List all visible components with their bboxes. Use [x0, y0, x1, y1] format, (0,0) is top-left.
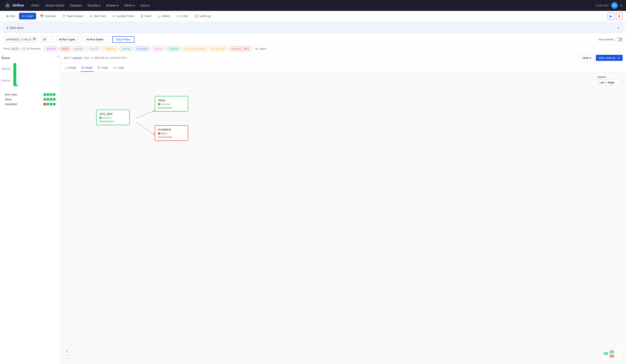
tab-audit-log[interactable]: 📋 Audit Log [192, 13, 214, 19]
top-nav: Airflow DAGs Cluster Activity Datasets S… [0, 0, 626, 11]
dag-node-print-date[interactable]: print_date success BashOperator [96, 110, 130, 125]
nav-datasets[interactable]: Datasets [68, 2, 84, 8]
badge-skipped[interactable]: skipped [152, 47, 165, 51]
node-status-text: failed [161, 132, 167, 135]
dag-node-templated[interactable]: templated failed BashOperator [155, 125, 188, 141]
details-icon: △ [158, 14, 160, 18]
tab-details[interactable]: △ Details [155, 13, 173, 19]
inner-tab-graph[interactable]: ⊞ Graph [81, 65, 93, 72]
dag-connections [61, 72, 626, 364]
logo[interactable]: Airflow [4, 2, 24, 9]
task-row-print-date[interactable]: print_date [2, 92, 59, 97]
dag-docs-chevron: ▾ [618, 26, 619, 30]
nav-cluster-activity[interactable]: Cluster Activity [43, 2, 67, 8]
run-state-select[interactable]: All Run States [84, 36, 110, 42]
gantt-icon: ☰ [141, 14, 143, 18]
nav-browse[interactable]: Browse ▾ [104, 2, 121, 8]
mini-map [602, 349, 623, 362]
nav-dags[interactable]: DAGs [29, 2, 41, 8]
tab-landing-times[interactable]: ✈ Landing Times [110, 13, 137, 19]
node-operator-sleep: BashOperator [158, 107, 185, 109]
date-filter[interactable]: 19/09/2023, 17:00:11 📅 [3, 36, 38, 42]
tab-calendar[interactable]: 📅 Calendar [37, 13, 59, 19]
node-name-templated: templated [158, 128, 185, 131]
inner-tab-gantt[interactable]: ☰ Gantt [97, 65, 109, 72]
task-list: print_date sleep [2, 90, 59, 108]
node-status-text: success [161, 103, 170, 106]
dot-4 [53, 93, 55, 96]
dag-header: DAG / tutorial / Run ⊙ 2023-09-19, 16:28… [61, 53, 626, 63]
node-status-dot [158, 103, 160, 105]
inner-tab-details[interactable]: △ Details [64, 65, 77, 72]
y-label-top: 00:05:08 [2, 57, 10, 59]
tab-task-tries[interactable]: ⊘ Task Tries [87, 13, 109, 19]
breadcrumb: DAG / tutorial / Run [64, 56, 89, 60]
dag-docs-label: ℹ DAG Docs [7, 26, 24, 30]
badge-up-for-reschedule[interactable]: up_for_reschedule [182, 47, 207, 51]
badge-removed[interactable]: removed [86, 47, 101, 51]
mini-node-sleep [610, 350, 614, 353]
clear-button[interactable]: Clear ▾ [579, 55, 594, 61]
inner-tab-code[interactable]: <> Code [112, 65, 125, 72]
tab-task-duration[interactable]: ⏱ Task Duration [59, 13, 86, 19]
zoom-in-button[interactable]: + [64, 349, 70, 355]
node-status-sleep: success [158, 103, 185, 106]
dot-4 [53, 103, 55, 105]
node-status-dot [158, 132, 160, 134]
play-button[interactable]: ▶ [608, 13, 614, 19]
tab-grid[interactable]: ⊞ Grid [3, 13, 18, 19]
badge-up-for-retry[interactable]: up_for_retry [209, 47, 227, 51]
mark-state-button[interactable]: Mark state as... ▾ [596, 55, 623, 61]
badge-deferred[interactable]: deferred [44, 47, 58, 51]
badge-restarting[interactable]: restarting [103, 47, 118, 51]
delete-button[interactable]: 🗑 [616, 13, 623, 19]
dag-node-sleep[interactable]: sleep success BashOperator [155, 96, 188, 112]
left-panel: « » Duration 00:05:08 00:02:34 00:00:00 … [0, 53, 61, 364]
chart-baseline [13, 86, 59, 86]
grid-icon: ⊞ [6, 14, 9, 18]
badge-failed[interactable]: failed [60, 47, 71, 51]
clock-icon: ⊙ [91, 56, 94, 60]
node-name-sleep: sleep [158, 99, 185, 102]
nav-time[interactable]: 17:02 UTC [595, 4, 609, 7]
svg-line-1 [136, 111, 155, 118]
svg-line-2 [136, 122, 155, 135]
chart-bar [13, 63, 16, 86]
dot-1 [43, 98, 46, 101]
node-status-templated: failed [158, 132, 185, 135]
dag-docs-section[interactable]: ℹ DAG Docs ▾ [3, 23, 623, 33]
zoom-out-button[interactable]: − [64, 356, 70, 362]
auto-refresh-section: Auto-refresh [598, 38, 623, 42]
nav-right: 17:02 UTC TA ▾ [595, 2, 622, 9]
task-row-templated[interactable]: templated [2, 102, 59, 107]
tab-gantt[interactable]: ☰ Gantt [138, 13, 154, 19]
task-row-sleep[interactable]: sleep [2, 97, 59, 102]
tab-bar: ⊞ Grid ⊡ Graph 📅 Calendar ⏱ Task Duratio… [0, 11, 626, 21]
node-status-text: success [102, 116, 112, 119]
run-type-select[interactable]: All Run Types [56, 36, 81, 42]
badge-scheduled[interactable]: scheduled [134, 47, 150, 51]
badge-running[interactable]: running [119, 47, 132, 51]
dag-name-link[interactable]: tutorial [73, 56, 81, 60]
nav-avatar[interactable]: TA [611, 2, 618, 9]
tab-code[interactable]: <> Code [174, 13, 191, 19]
dag-actions: Clear ▾ Mark state as... ▾ [579, 55, 623, 61]
layout-select[interactable]: Left -> Right Top -> Bottom [597, 80, 623, 85]
badge-queued[interactable]: queued [72, 47, 85, 51]
dot-4 [53, 98, 55, 101]
badge-no-status[interactable]: no_status [253, 47, 269, 51]
nav-security[interactable]: Security ▾ [85, 2, 103, 8]
nav-docs[interactable]: Docs ▾ [138, 2, 152, 8]
tab-graph[interactable]: ⊡ Graph [19, 13, 36, 19]
auto-refresh-toggle[interactable] [615, 38, 623, 42]
clear-filters-button[interactable]: Clear Filters [112, 36, 134, 43]
layout-selector: Layout: Left -> Right Top -> Bottom [597, 75, 623, 85]
badge-upstream-failed[interactable]: upstream_failed [229, 47, 251, 51]
nav-admin[interactable]: Admin ▾ [122, 2, 137, 8]
nav-items: DAGs Cluster Activity Datasets Security … [29, 2, 590, 8]
y-label-bot: 00:00:00 [2, 80, 10, 82]
status-row: Press shift + / for Shortcuts deferred f… [0, 45, 626, 53]
badge-success[interactable]: success [167, 47, 180, 51]
run-count-select[interactable]: 25 50 100 [41, 36, 54, 42]
filter-bar: 19/09/2023, 17:00:11 📅 25 50 100 All Run… [0, 34, 626, 45]
